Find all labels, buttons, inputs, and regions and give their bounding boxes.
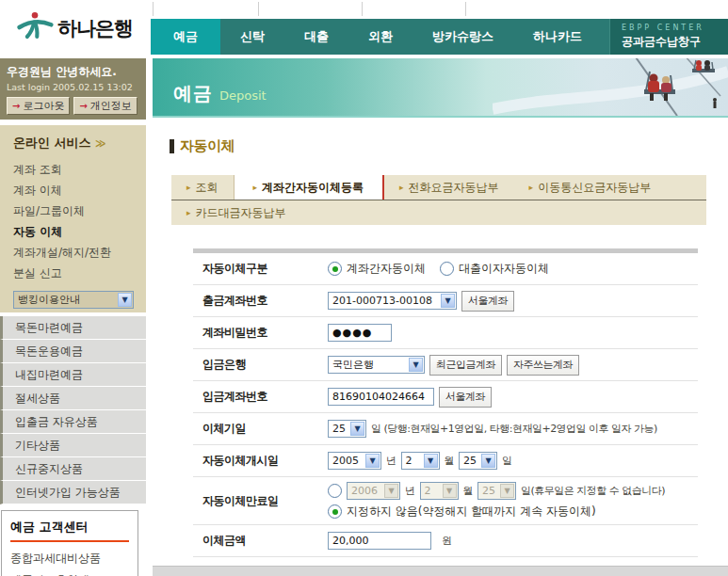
- form-row-amount: 이체금액 20,000 원: [193, 525, 698, 557]
- tab-register-label: 계좌간자동이체등록: [262, 180, 364, 196]
- deposit-account-input[interactable]: 81690104024664: [328, 388, 434, 406]
- seoul-account-button[interactable]: 서울계좌: [461, 291, 514, 312]
- tab-phone-bill-autopay[interactable]: ▸ 전화요금자동납부: [384, 175, 514, 200]
- tab-mobile-bill-autopay[interactable]: ▸ 이동통신요금자동납부: [514, 175, 667, 200]
- main-content: 자동이체 ▸ 조회 ▸ 계좌간자동이체등록 ▸ 전화요금자동납부 ▸ 이동통신: [153, 122, 728, 576]
- end-year-value: 2006: [348, 485, 378, 497]
- sidebar-item-depositor-protection[interactable]: 예금자보호안내: [10, 569, 129, 576]
- sidebar-item-account-open-close[interactable]: 계좌개설/해지/전환: [13, 242, 146, 263]
- tab-inquiry[interactable]: ▸ 조회: [171, 175, 234, 200]
- logout-button[interactable]: → 로그아웃: [7, 97, 70, 115]
- tab-inquiry-label: 조회: [196, 180, 218, 196]
- triangle-bullet-icon: ▸: [186, 183, 191, 192]
- deposit-bank-select[interactable]: 국민은행 ▼: [328, 356, 425, 374]
- sidebar-item-free-deposit[interactable]: 입출금 자유상품: [0, 410, 146, 434]
- recent-deposit-account-button[interactable]: 최근입금계좌: [429, 355, 502, 376]
- sidebar-item-discontinued-products[interactable]: 신규중지상품: [0, 457, 146, 481]
- personal-info-button[interactable]: → 개인정보: [73, 97, 137, 115]
- personal-info-label: 개인정보: [90, 99, 132, 113]
- nav-tab-forex[interactable]: 외환: [348, 19, 413, 55]
- radio-loan-interest-label: 대출이자자동이체: [459, 261, 549, 277]
- sidebar-item-account-transfer[interactable]: 계좌 이체: [13, 180, 146, 200]
- sidebar-item-internet-products[interactable]: 인터넷가입 가능상품: [0, 481, 146, 504]
- transfer-day-select[interactable]: 25 ▼: [328, 420, 366, 438]
- page: 하나은행 예금 신탁 대출 외환 방카슈랑스 하나카드 EBPP CENTER …: [0, 0, 728, 576]
- password-label: 계좌비밀번호: [202, 325, 328, 341]
- ebpp-center-link[interactable]: EBPP CENTER 공과금수납창구: [609, 19, 728, 55]
- triangle-bullet-icon: ▸: [529, 183, 534, 192]
- chevron-down-icon: ▼: [409, 358, 423, 372]
- end-year-select[interactable]: 2006 ▼: [347, 482, 400, 500]
- sidebar: 우경원님 안녕하세요. Last login 2005.02.15 13:02 …: [0, 58, 146, 576]
- transfer-type-label: 자동이체구분: [202, 261, 328, 277]
- radio-loan-interest[interactable]: [440, 262, 454, 276]
- account-password-input[interactable]: ●●●●: [328, 324, 392, 342]
- seoul-account-button[interactable]: 서울계좌: [439, 387, 492, 408]
- deposit-customer-center: 예금 고객센터 종합과세대비상품 예금자보호안내: [1, 510, 138, 576]
- triangle-bullet-icon: ▸: [186, 208, 191, 217]
- online-service-title: 온라인 서비스 ≫: [13, 135, 146, 152]
- sub-tabs: ▸ 조회 ▸ 계좌간자동이체등록 ▸ 전화요금자동납부 ▸ 이동통신요금자동납부: [171, 175, 706, 225]
- nav-tab-trust[interactable]: 신탁: [220, 19, 284, 55]
- radio-account-to-account[interactable]: [328, 262, 342, 276]
- sidebar-item-loss-report[interactable]: 분실 신고: [13, 263, 146, 283]
- ebpp-center-caption: EBPP CENTER: [622, 24, 728, 32]
- logout-label: 로그아웃: [23, 99, 64, 113]
- form-row-withdraw-account: 출금계좌번호 201-000713-00108 ▼ 서울계좌: [193, 285, 698, 317]
- sidebar-item-comprehensive-tax[interactable]: 종합과세대비상품: [10, 548, 129, 569]
- sidebar-item-account-inquiry[interactable]: 계좌 조회: [13, 159, 146, 180]
- sidebar-item-file-group-transfer[interactable]: 파일/그룹이체: [13, 200, 146, 221]
- page-title: 자동이체: [170, 137, 728, 155]
- tab-card-label: 카드대금자동납부: [196, 205, 286, 221]
- tab-mobile-label: 이동통신요금자동납부: [538, 180, 651, 196]
- chevron-down-icon: ▼: [424, 454, 438, 468]
- withdraw-account-select[interactable]: 201-000713-00108 ▼: [328, 292, 457, 310]
- sidebar-item-lump-sum-savings[interactable]: 목돈마련예금: [0, 316, 146, 340]
- tab-account-auto-transfer-register[interactable]: ▸ 계좌간자동이체등록: [234, 175, 385, 200]
- chevron-down-icon: ▼: [481, 454, 495, 468]
- banner-title-korean: 예금: [173, 81, 213, 106]
- month-unit: 월: [445, 454, 455, 468]
- arrow-right-icon: →: [79, 101, 87, 111]
- sidebar-item-tax-saving[interactable]: 절세상품: [0, 387, 146, 410]
- user-greeting: 우경원님 안녕하세요.: [7, 64, 139, 80]
- favorite-account-button[interactable]: 자주쓰는계좌: [507, 355, 579, 376]
- divider: [153, 2, 154, 16]
- start-day-select[interactable]: 25 ▼: [459, 452, 497, 470]
- end-day-select[interactable]: 25 ▼: [477, 482, 516, 500]
- chevron-down-icon: ▼: [443, 484, 457, 498]
- sidebar-item-auto-transfer[interactable]: 자동 이체: [13, 221, 146, 242]
- radio-end-date-specified[interactable]: [328, 484, 342, 498]
- hana-bank-logo[interactable]: 하나은행: [0, 0, 149, 56]
- year-unit: 년: [386, 454, 396, 468]
- start-day-value: 25: [460, 455, 477, 467]
- nav-tab-loan[interactable]: 대출: [284, 19, 348, 55]
- divider: [10, 540, 129, 542]
- nav-tab-hanacard[interactable]: 하나카드: [513, 19, 602, 55]
- radio-no-expiry[interactable]: [328, 504, 342, 519]
- start-year-select[interactable]: 2005 ▼: [328, 452, 381, 470]
- chevron-down-icon: ▼: [441, 294, 455, 308]
- ebpp-center-label: 공과금수납창구: [622, 34, 728, 50]
- sidebar-item-home-savings[interactable]: 내집마련예금: [0, 363, 146, 387]
- amount-label: 이체금액: [202, 533, 328, 549]
- ski-lift-photo: [493, 58, 728, 119]
- chevron-down-icon: ▼: [500, 484, 514, 498]
- chevron-down-icon: ▼: [350, 422, 364, 436]
- nav-tab-deposit[interactable]: 예금: [151, 19, 220, 55]
- sidebar-item-other-products[interactable]: 기타상품: [0, 434, 146, 457]
- banking-guide-select[interactable]: 뱅킹이용안내 ▼: [13, 291, 134, 309]
- amount-input[interactable]: 20,000: [328, 532, 431, 550]
- sidebar-item-lump-sum-management[interactable]: 목돈운용예금: [0, 340, 146, 363]
- start-date-label: 자동이체개시일: [202, 453, 328, 469]
- year-unit: 년: [405, 484, 415, 498]
- end-month-select[interactable]: 2 ▼: [420, 482, 459, 500]
- radio-account-to-account-label: 계좌간자동이체: [347, 261, 426, 277]
- last-login-timestamp: Last login 2005.02.15 13:02: [7, 82, 139, 92]
- form-row-end-date: 자동이체만료일 2006 ▼ 년 2 ▼ 월: [193, 477, 698, 525]
- end-date-note: 일(휴무일은 지정할 수 없습니다): [521, 484, 665, 498]
- start-month-select[interactable]: 2 ▼: [401, 452, 440, 470]
- tab-card-bill-autopay[interactable]: ▸ 카드대금자동납부: [171, 200, 301, 225]
- start-year-value: 2005: [329, 455, 359, 467]
- nav-tab-bancassurance[interactable]: 방카슈랑스: [413, 19, 513, 55]
